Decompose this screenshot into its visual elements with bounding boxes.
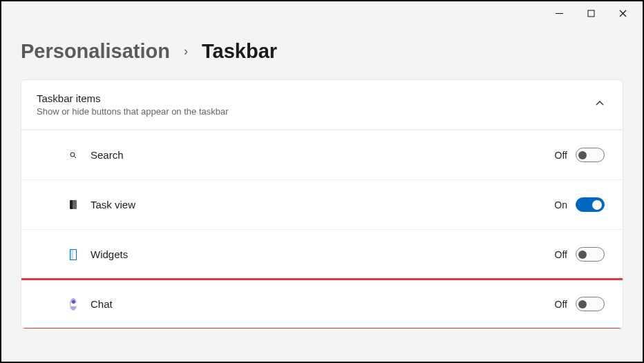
breadcrumb: Personalisation › Taskbar (1, 25, 643, 79)
window-close-button[interactable] (607, 2, 638, 24)
taskbar-items-card: Taskbar items Show or hide buttons that … (21, 79, 623, 329)
taskbar-item-chat: Chat Off (21, 279, 623, 328)
search-icon (37, 149, 77, 161)
widgets-icon (37, 249, 77, 260)
taskbar-item-widgets: Widgets Off (21, 229, 623, 279)
toggle-state-label: Off (555, 249, 567, 260)
toggle-state-label: On (554, 199, 567, 210)
taskview-icon (37, 200, 77, 209)
card-header[interactable]: Taskbar items Show or hide buttons that … (21, 80, 623, 130)
item-label: Widgets (77, 248, 555, 260)
maximize-icon (587, 10, 595, 17)
chevron-right-icon: › (184, 44, 188, 59)
taskview-toggle[interactable] (576, 197, 605, 212)
toggle-state-label: Off (555, 150, 567, 161)
svg-point-4 (70, 153, 75, 157)
item-label: Task view (77, 199, 554, 210)
minimize-icon (556, 10, 563, 17)
close-icon (619, 10, 627, 17)
breadcrumb-current: Taskbar (202, 40, 277, 63)
chat-icon (37, 298, 77, 311)
item-label: Search (77, 149, 555, 161)
item-label: Chat (77, 298, 555, 310)
window-maximize-button[interactable] (575, 2, 607, 24)
chevron-up-icon[interactable] (595, 99, 605, 111)
window-titlebar (1, 1, 643, 25)
svg-rect-1 (588, 10, 594, 17)
section-title: Taskbar items (37, 92, 229, 104)
toggle-state-label: Off (555, 299, 567, 310)
section-subtitle: Show or hide buttons that appear on the … (37, 106, 229, 117)
chat-toggle[interactable] (576, 297, 605, 311)
taskbar-item-taskview: Task view On (21, 179, 623, 229)
widgets-toggle[interactable] (576, 247, 605, 262)
svg-line-5 (75, 156, 77, 158)
search-toggle[interactable] (576, 148, 605, 162)
breadcrumb-parent[interactable]: Personalisation (21, 40, 170, 63)
taskbar-item-search: Search Off (21, 130, 623, 179)
window-minimize-button[interactable] (543, 2, 575, 24)
